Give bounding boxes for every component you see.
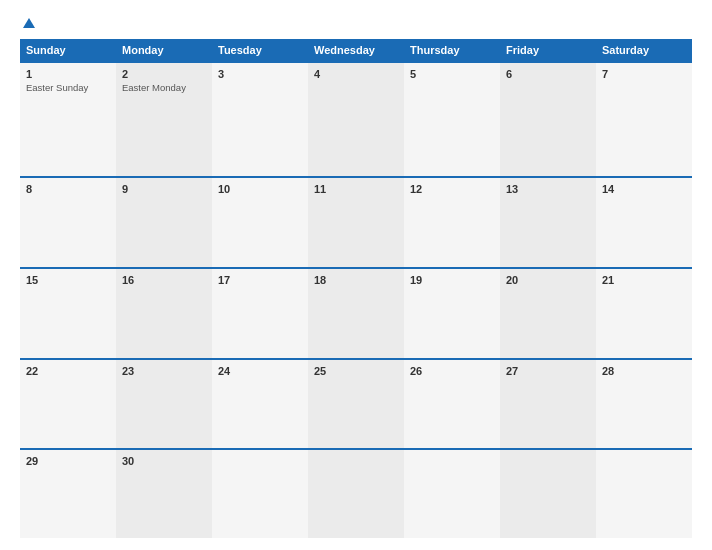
- calendar-cell: [500, 449, 596, 538]
- day-number: 20: [506, 274, 590, 286]
- calendar-cell: 26: [404, 359, 500, 450]
- day-number: 23: [122, 365, 206, 377]
- day-number: 30: [122, 455, 206, 467]
- day-number: 7: [602, 68, 686, 80]
- calendar-cell: [308, 449, 404, 538]
- weekday-header-tuesday: Tuesday: [212, 39, 308, 62]
- day-number: 29: [26, 455, 110, 467]
- calendar-cell: [404, 449, 500, 538]
- calendar-cell: 7: [596, 62, 692, 177]
- day-number: 27: [506, 365, 590, 377]
- day-number: 26: [410, 365, 494, 377]
- calendar-cell: 21: [596, 268, 692, 359]
- day-number: 16: [122, 274, 206, 286]
- calendar-cell: 15: [20, 268, 116, 359]
- calendar-cell: 19: [404, 268, 500, 359]
- calendar-cell: 22: [20, 359, 116, 450]
- day-number: 10: [218, 183, 302, 195]
- calendar-cell: [596, 449, 692, 538]
- calendar-cell: 11: [308, 177, 404, 268]
- calendar-cell: 12: [404, 177, 500, 268]
- holiday-label: Easter Sunday: [26, 82, 110, 93]
- day-number: 3: [218, 68, 302, 80]
- calendar-cell: 30: [116, 449, 212, 538]
- day-number: 1: [26, 68, 110, 80]
- day-number: 19: [410, 274, 494, 286]
- calendar-cell: 16: [116, 268, 212, 359]
- holiday-label: Easter Monday: [122, 82, 206, 93]
- weekday-header-sunday: Sunday: [20, 39, 116, 62]
- calendar-cell: 3: [212, 62, 308, 177]
- calendar-cell: 24: [212, 359, 308, 450]
- day-number: 22: [26, 365, 110, 377]
- calendar-cell: [212, 449, 308, 538]
- calendar-cell: 29: [20, 449, 116, 538]
- calendar-week-4: 22232425262728: [20, 359, 692, 450]
- day-number: 18: [314, 274, 398, 286]
- weekday-header-monday: Monday: [116, 39, 212, 62]
- day-number: 11: [314, 183, 398, 195]
- calendar-cell: 2Easter Monday: [116, 62, 212, 177]
- day-number: 15: [26, 274, 110, 286]
- day-number: 9: [122, 183, 206, 195]
- calendar-cell: 6: [500, 62, 596, 177]
- header: [20, 18, 692, 29]
- day-number: 2: [122, 68, 206, 80]
- day-number: 5: [410, 68, 494, 80]
- day-number: 6: [506, 68, 590, 80]
- calendar-week-5: 2930: [20, 449, 692, 538]
- calendar-table: SundayMondayTuesdayWednesdayThursdayFrid…: [20, 39, 692, 538]
- day-number: 28: [602, 365, 686, 377]
- day-number: 8: [26, 183, 110, 195]
- logo: [20, 18, 35, 29]
- calendar-cell: 28: [596, 359, 692, 450]
- calendar-cell: 17: [212, 268, 308, 359]
- logo-triangle-icon: [23, 18, 35, 28]
- calendar-week-1: 1Easter Sunday2Easter Monday34567: [20, 62, 692, 177]
- weekday-header-wednesday: Wednesday: [308, 39, 404, 62]
- weekday-header-saturday: Saturday: [596, 39, 692, 62]
- calendar-cell: 27: [500, 359, 596, 450]
- calendar-cell: 14: [596, 177, 692, 268]
- calendar-cell: 10: [212, 177, 308, 268]
- calendar-cell: 25: [308, 359, 404, 450]
- calendar-cell: 13: [500, 177, 596, 268]
- calendar-cell: 8: [20, 177, 116, 268]
- calendar-week-3: 15161718192021: [20, 268, 692, 359]
- day-number: 25: [314, 365, 398, 377]
- weekday-header-thursday: Thursday: [404, 39, 500, 62]
- calendar-cell: 18: [308, 268, 404, 359]
- day-number: 24: [218, 365, 302, 377]
- weekday-header-row: SundayMondayTuesdayWednesdayThursdayFrid…: [20, 39, 692, 62]
- day-number: 12: [410, 183, 494, 195]
- day-number: 13: [506, 183, 590, 195]
- calendar-cell: 20: [500, 268, 596, 359]
- day-number: 14: [602, 183, 686, 195]
- calendar-week-2: 891011121314: [20, 177, 692, 268]
- day-number: 17: [218, 274, 302, 286]
- day-number: 4: [314, 68, 398, 80]
- calendar-cell: 23: [116, 359, 212, 450]
- day-number: 21: [602, 274, 686, 286]
- calendar-cell: 1Easter Sunday: [20, 62, 116, 177]
- calendar-cell: 5: [404, 62, 500, 177]
- calendar-cell: 9: [116, 177, 212, 268]
- calendar-cell: 4: [308, 62, 404, 177]
- weekday-header-friday: Friday: [500, 39, 596, 62]
- calendar-page: SundayMondayTuesdayWednesdayThursdayFrid…: [0, 0, 712, 550]
